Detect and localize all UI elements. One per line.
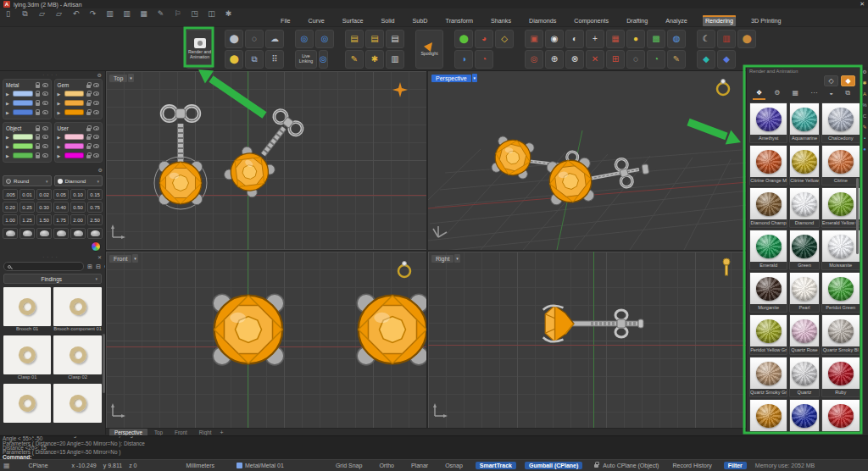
- metal-materials-button[interactable]: ◇: [824, 75, 838, 86]
- menu-item[interactable]: Diamonds: [526, 15, 559, 26]
- menu-item[interactable]: File: [278, 15, 293, 26]
- lock-icon[interactable]: [86, 146, 91, 149]
- expand-arrow-icon[interactable]: ▶: [6, 153, 10, 158]
- moon-icon[interactable]: ☾: [697, 30, 715, 48]
- settings-tab[interactable]: ⚙: [771, 88, 783, 100]
- layout-icon[interactable]: ◳: [190, 9, 199, 19]
- pen-icon[interactable]: ✎: [156, 9, 165, 19]
- menu-item[interactable]: Curve: [306, 15, 327, 26]
- eye-icon[interactable]: [42, 153, 48, 158]
- ring-gem-icon[interactable]: ◎: [525, 50, 543, 69]
- viewport-right-label[interactable]: Right▾: [431, 254, 460, 263]
- eye-icon[interactable]: [42, 110, 48, 114]
- health-cube-icon[interactable]: ⊞: [606, 50, 625, 69]
- save-icon[interactable]: ▥: [105, 9, 114, 19]
- teal-gem-icon[interactable]: ◆: [697, 50, 715, 69]
- snap-toggle[interactable]: Planar: [407, 462, 432, 469]
- panel-star-icon[interactable]: ✱: [862, 80, 866, 86]
- gem-profile-icon[interactable]: [87, 228, 103, 239]
- render-folder-icon[interactable]: ▤: [345, 30, 364, 48]
- gem-size-button[interactable]: 0.02: [36, 189, 52, 200]
- color-cube-icon[interactable]: ▩: [647, 30, 665, 48]
- sync-ring-icon[interactable]: ◎: [295, 30, 314, 48]
- save-as-icon[interactable]: ▥: [122, 9, 131, 19]
- pie-sphere-icon[interactable]: ◔: [475, 50, 493, 69]
- expand-arrow-icon[interactable]: ▶: [6, 101, 10, 106]
- gem-size-button[interactable]: 1.75: [53, 214, 69, 225]
- library-item[interactable]: Clasp 02: [53, 335, 102, 381]
- lock-icon[interactable]: [36, 103, 40, 106]
- layer-color-swatch[interactable]: [13, 91, 33, 97]
- folder-edit-icon[interactable]: ✎: [345, 50, 364, 69]
- copy-file-icon[interactable]: ⧉: [20, 9, 30, 19]
- gem-size-button[interactable]: 0.25: [19, 202, 35, 213]
- layer-row[interactable]: ▶: [5, 98, 49, 108]
- gem-material-item[interactable]: Quartz Smoky Gr: [749, 357, 787, 397]
- color-pie-icon[interactable]: ◔: [647, 50, 665, 69]
- gem-size-button[interactable]: 1.25: [19, 214, 35, 225]
- viewport-perspective-label[interactable]: Perspective▾: [431, 74, 477, 82]
- gem-profile-icon[interactable]: [3, 228, 18, 239]
- gem-profile-icon[interactable]: [53, 228, 69, 239]
- blue-gem-icon[interactable]: ◆: [717, 50, 736, 69]
- gem-size-button[interactable]: 1.00: [3, 214, 18, 225]
- gem-size-button[interactable]: 2.00: [70, 214, 86, 225]
- layer-row[interactable]: ▶: [57, 132, 101, 141]
- twin-spheres-icon[interactable]: ◑: [454, 50, 473, 69]
- environment-clouds-icon[interactable]: ☁: [265, 30, 284, 48]
- panel-handle[interactable]: · · · · ✕: [0, 253, 105, 260]
- units-label[interactable]: Millimeters: [186, 463, 214, 468]
- flag-icon[interactable]: ⚐: [173, 9, 182, 19]
- menu-item[interactable]: Components: [571, 15, 611, 26]
- grid-toggle-icon[interactable]: ▦: [3, 462, 10, 469]
- eye-icon[interactable]: [93, 83, 99, 87]
- lock-icon[interactable]: [86, 103, 91, 106]
- gem-materials-button[interactable]: ◆: [841, 75, 855, 86]
- cplane-button[interactable]: CPlane: [29, 463, 48, 468]
- expand-arrow-icon[interactable]: ▶: [6, 144, 10, 149]
- redo-icon[interactable]: ↷: [88, 9, 97, 19]
- viewport-front[interactable]: Front▾: [106, 252, 426, 428]
- render-and-animation-button[interactable]: Render and Animation: [186, 30, 214, 69]
- layer-row[interactable]: ▶: [5, 151, 49, 160]
- gem-size-button[interactable]: 0.75: [87, 202, 103, 213]
- render-sphere-icon[interactable]: ⬤: [225, 30, 243, 48]
- cross-sphere-icon[interactable]: ⊕: [545, 50, 564, 69]
- gem-library-tab[interactable]: ❖: [753, 88, 765, 100]
- lock-icon[interactable]: [594, 464, 598, 468]
- section-gear-icon[interactable]: ⚙: [98, 167, 103, 173]
- eye-icon[interactable]: [93, 135, 99, 139]
- print-icon[interactable]: ▦: [139, 9, 148, 19]
- expand-arrow-icon[interactable]: ▶: [58, 153, 62, 158]
- lock-icon[interactable]: [36, 128, 40, 131]
- command-area[interactable]: Parameters ( Distance=20 Angle=-50 Mirro…: [0, 435, 868, 459]
- lock-icon[interactable]: [86, 136, 91, 140]
- gem-material-item[interactable]: [821, 399, 860, 432]
- gem-material-item[interactable]: Aquamarine: [789, 103, 820, 143]
- options-icon[interactable]: ✱: [224, 9, 233, 19]
- color-wheel-icon[interactable]: [91, 241, 101, 252]
- sphere-pair-icon[interactable]: ◐: [565, 30, 584, 48]
- snap-toggle[interactable]: Grid Snap: [331, 462, 367, 469]
- render-folder-icon-3[interactable]: ▤: [386, 30, 404, 48]
- duck-outline-icon[interactable]: ◌: [626, 50, 645, 69]
- layer-color-swatch[interactable]: [64, 109, 85, 115]
- library-item[interactable]: [3, 384, 51, 429]
- texture-grid-tab[interactable]: ▦: [789, 88, 803, 100]
- emerald-sphere-icon[interactable]: ⬤: [454, 30, 473, 48]
- layer-color-swatch[interactable]: [64, 91, 85, 97]
- sun-sphere-icon[interactable]: ⬤: [225, 50, 243, 69]
- shiny-sphere-icon[interactable]: ◍: [667, 30, 686, 48]
- material-box-icon[interactable]: ▥: [717, 30, 736, 48]
- eye-icon[interactable]: [93, 126, 99, 130]
- eye-icon[interactable]: [42, 83, 48, 87]
- lock-icon[interactable]: [86, 112, 91, 115]
- move-gem-icon[interactable]: +: [586, 30, 604, 48]
- expand-arrow-icon[interactable]: ▶: [58, 110, 62, 115]
- panel-handle[interactable]: · · · · ⚙: [0, 71, 105, 78]
- spotlight-button[interactable]: Spotlight: [415, 30, 443, 69]
- panel-a-icon[interactable]: A: [863, 91, 866, 97]
- expand-arrow-icon[interactable]: ▶: [58, 135, 62, 140]
- gem-size-button[interactable]: 0.40: [53, 202, 69, 213]
- gem-material-item[interactable]: Moissanite: [821, 230, 860, 270]
